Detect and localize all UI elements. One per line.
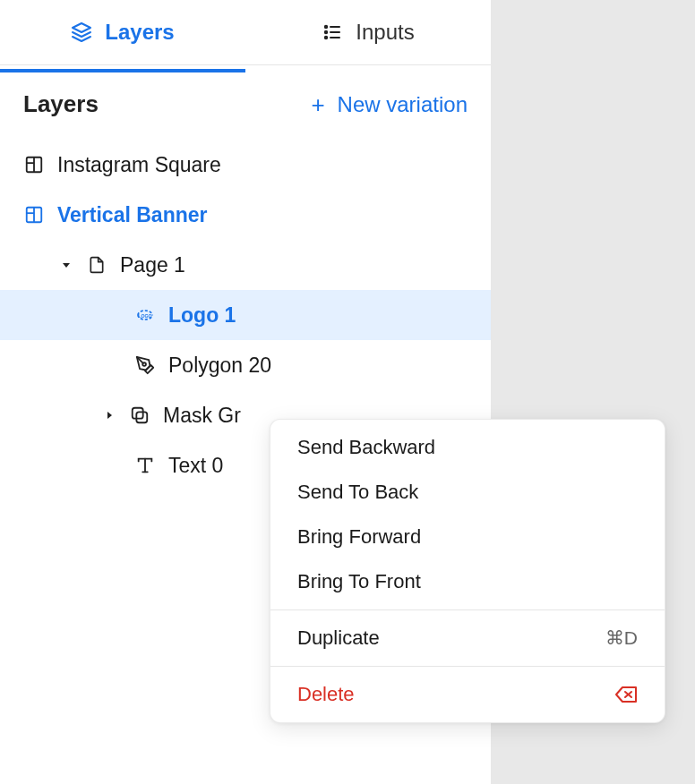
menu-label: Duplicate — [297, 626, 380, 650]
menu-label: Bring To Front — [297, 570, 421, 593]
menu-label: Send To Back — [297, 481, 418, 504]
menu-send-backward[interactable]: Send Backward — [270, 420, 665, 470]
context-menu: Send Backward Send To Back Bring Forward… — [270, 419, 665, 723]
logo-icon: LOGO — [134, 304, 156, 326]
layer-label: Instagram Square — [57, 153, 221, 177]
layer-page-1[interactable]: Page 1 — [0, 240, 491, 290]
svg-marker-13 — [63, 263, 70, 268]
layer-label: Text 0 — [168, 454, 223, 478]
menu-label: Delete — [297, 683, 355, 706]
inputs-icon — [322, 21, 343, 43]
svg-text:LOGO: LOGO — [138, 313, 151, 319]
new-variation-label: New variation — [338, 92, 468, 117]
menu-send-to-back[interactable]: Send To Back — [270, 470, 665, 515]
new-variation-button[interactable]: + New variation — [311, 92, 468, 117]
page-icon — [86, 254, 107, 276]
section-title: Layers — [23, 90, 99, 118]
caret-down-icon[interactable] — [59, 258, 73, 272]
delete-icon — [614, 683, 638, 706]
section-header: Layers + New variation — [0, 65, 491, 131]
layer-instagram-square[interactable]: Instagram Square — [0, 140, 491, 190]
menu-bring-forward[interactable]: Bring Forward — [270, 515, 665, 559]
mask-group-icon — [129, 405, 150, 426]
menu-bring-to-front[interactable]: Bring To Front — [270, 559, 665, 609]
layer-label: Logo 1 — [168, 303, 236, 328]
layer-polygon-20[interactable]: Polygon 20 — [0, 340, 491, 390]
menu-label: Bring Forward — [297, 525, 421, 549]
layer-label: Page 1 — [120, 253, 185, 277]
svg-point-2 — [325, 31, 327, 33]
menu-shortcut: ⌘D — [605, 627, 638, 649]
tab-inputs[interactable]: Inputs — [245, 0, 491, 64]
menu-duplicate[interactable]: Duplicate ⌘D — [270, 610, 665, 666]
menu-label: Send Backward — [297, 436, 435, 459]
layer-vertical-banner[interactable]: Vertical Banner — [0, 190, 491, 240]
svg-point-15 — [142, 362, 146, 366]
layers-icon — [71, 21, 92, 43]
tab-inputs-label: Inputs — [356, 20, 414, 45]
layer-label: Polygon 20 — [168, 354, 271, 378]
layer-label: Mask Gr — [163, 404, 241, 428]
svg-marker-0 — [73, 23, 90, 32]
layer-logo-1[interactable]: LOGO Logo 1 — [0, 290, 491, 340]
caret-right-icon[interactable] — [102, 408, 116, 422]
tab-underline — [0, 69, 245, 72]
tabs-bar: Layers Inputs — [0, 0, 491, 65]
text-icon — [134, 455, 156, 476]
layer-label: Vertical Banner — [57, 203, 207, 227]
menu-delete[interactable]: Delete — [270, 667, 665, 722]
svg-point-1 — [325, 26, 327, 28]
pen-icon — [134, 354, 156, 376]
tab-layers[interactable]: Layers — [0, 0, 245, 64]
tab-layers-label: Layers — [105, 20, 174, 45]
svg-point-3 — [325, 37, 327, 38]
frame-icon — [23, 204, 45, 226]
plus-icon: + — [311, 93, 324, 116]
svg-marker-16 — [107, 412, 112, 419]
frame-icon — [23, 154, 45, 175]
